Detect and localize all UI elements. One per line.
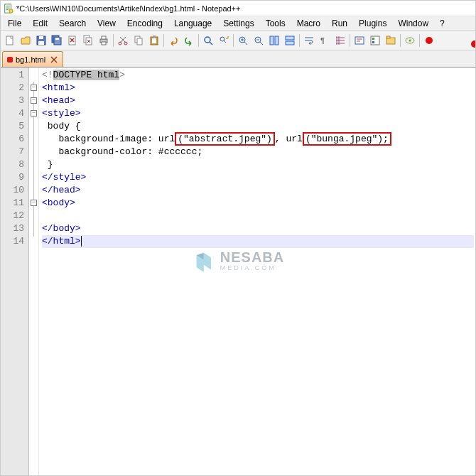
- menu-plugins[interactable]: Plugins: [353, 17, 392, 30]
- svg-text:¶: ¶: [320, 36, 325, 45]
- close-file-icon[interactable]: [65, 33, 80, 48]
- separator-icon: [113, 34, 114, 47]
- svg-rect-34: [372, 41, 374, 43]
- record-macro-icon[interactable]: [421, 33, 437, 48]
- svg-rect-8: [55, 38, 59, 40]
- svg-rect-21: [153, 36, 156, 38]
- fold-column[interactable]: [29, 67, 39, 476]
- toolbar: ¶: [1, 31, 475, 50]
- sync-h-icon[interactable]: [282, 33, 298, 48]
- unsaved-indicator-icon: [7, 57, 13, 63]
- wordwrap-icon[interactable]: [301, 33, 317, 48]
- cut-icon[interactable]: [115, 33, 131, 48]
- tab-close-icon[interactable]: [50, 55, 58, 64]
- svg-rect-32: [371, 36, 379, 45]
- menu-macro[interactable]: Macro: [291, 17, 326, 30]
- svg-point-39: [426, 37, 433, 44]
- copy-icon[interactable]: [131, 33, 146, 48]
- svg-rect-5: [38, 41, 44, 45]
- svg-rect-33: [372, 38, 374, 40]
- svg-rect-18: [137, 38, 142, 45]
- svg-rect-36: [386, 36, 390, 38]
- redo-icon[interactable]: [181, 33, 197, 48]
- menu-help[interactable]: ?: [434, 17, 450, 30]
- svg-rect-27: [275, 36, 278, 45]
- svg-rect-29: [286, 41, 294, 45]
- app-icon: [4, 4, 13, 13]
- undo-icon[interactable]: [166, 33, 181, 48]
- menu-bar: File Edit Search View Encoding Language …: [1, 16, 475, 31]
- lang-icon[interactable]: [352, 33, 367, 48]
- svg-rect-14: [102, 42, 106, 45]
- separator-icon: [419, 34, 420, 47]
- menu-encoding[interactable]: Encoding: [121, 17, 168, 30]
- svg-rect-2: [6, 36, 13, 45]
- svg-rect-26: [270, 36, 274, 45]
- menu-settings[interactable]: Settings: [217, 17, 259, 30]
- menu-view[interactable]: View: [92, 17, 121, 30]
- indent-guide-icon[interactable]: [332, 33, 348, 48]
- line-number-gutter: 1234567891011121314: [1, 67, 29, 476]
- separator-icon: [299, 34, 300, 47]
- sync-v-icon[interactable]: [266, 33, 282, 48]
- record-indicator-icon: [471, 40, 475, 48]
- svg-point-1: [9, 9, 13, 12]
- zoom-in-icon[interactable]: [235, 33, 251, 48]
- tab-file[interactable]: bg1.html: [2, 51, 63, 67]
- separator-icon: [198, 34, 199, 47]
- tab-label: bg1.html: [16, 55, 45, 64]
- find-icon[interactable]: [200, 33, 216, 48]
- save-all-icon[interactable]: [49, 33, 65, 48]
- showall-icon[interactable]: ¶: [317, 33, 332, 48]
- code-area[interactable]: <!DOCTYPE html><html><head><style> body …: [39, 67, 475, 476]
- title-bar: *C:\Users\WIN10\Documents\Artikel\Index\…: [1, 1, 475, 16]
- svg-rect-28: [286, 36, 294, 40]
- separator-icon: [350, 34, 350, 47]
- svg-point-22: [205, 37, 210, 43]
- open-file-icon[interactable]: [18, 33, 33, 48]
- doc-map-icon[interactable]: [402, 33, 418, 48]
- menu-search[interactable]: Search: [53, 17, 92, 30]
- new-file-icon[interactable]: [2, 33, 18, 48]
- svg-rect-4: [39, 36, 43, 39]
- paste-icon[interactable]: [146, 33, 162, 48]
- menu-edit[interactable]: Edit: [27, 17, 53, 30]
- save-icon[interactable]: [33, 33, 49, 48]
- close-all-icon[interactable]: [80, 33, 96, 48]
- menu-file[interactable]: File: [2, 17, 27, 30]
- editor[interactable]: 1234567891011121314 <!DOCTYPE html><html…: [1, 67, 475, 476]
- menu-run[interactable]: Run: [326, 17, 353, 30]
- replace-icon[interactable]: [216, 33, 232, 48]
- function-list-icon[interactable]: [367, 33, 383, 48]
- menu-language[interactable]: Language: [168, 17, 217, 30]
- zoom-out-icon[interactable]: [251, 33, 266, 48]
- svg-point-38: [409, 39, 411, 41]
- separator-icon: [163, 34, 164, 47]
- menu-window[interactable]: Window: [392, 17, 434, 30]
- svg-rect-13: [102, 36, 106, 39]
- svg-rect-31: [355, 37, 364, 44]
- svg-rect-20: [152, 38, 156, 43]
- window-title: *C:\Users\WIN10\Documents\Artikel\Index\…: [16, 4, 240, 13]
- print-icon[interactable]: [96, 33, 112, 48]
- menu-tools[interactable]: Tools: [260, 17, 291, 30]
- separator-icon: [400, 34, 401, 47]
- separator-icon: [233, 34, 234, 47]
- tab-bar: bg1.html: [1, 50, 475, 67]
- folder-tree-icon[interactable]: [383, 33, 399, 48]
